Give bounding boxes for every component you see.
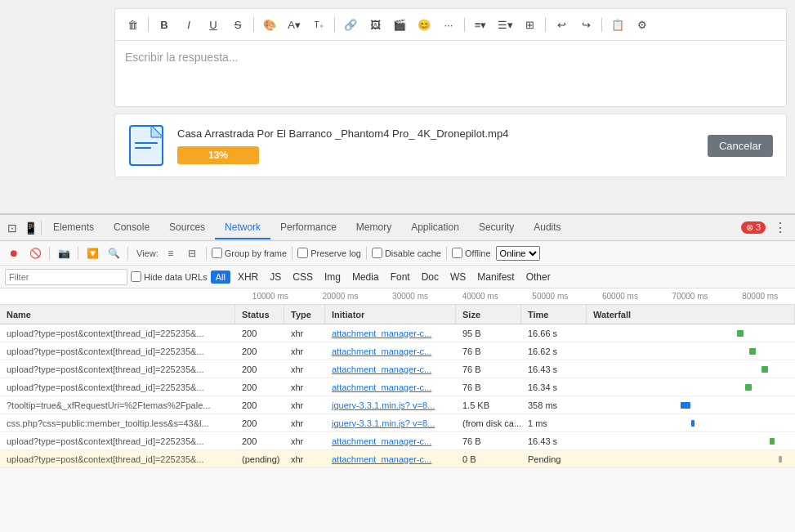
editor-toolbar: 🗑 B I U S 🎨 A▾ T₊ 🔗 🖼 🎬 😊 ··· ≡▾ ☰▾ ⊞ ↩ … <box>115 9 786 41</box>
toolbar-image-btn[interactable]: 🖼 <box>364 14 386 35</box>
svg-rect-2 <box>135 147 151 149</box>
editor-content[interactable]: Escribir la respuesta... <box>115 41 786 106</box>
editor-container: 🗑 B I U S 🎨 A▾ T₊ 🔗 🖼 🎬 😊 ··· ≡▾ ☰▾ ⊞ ↩ … <box>114 8 787 107</box>
upload-progress-bar: 13% <box>177 146 259 164</box>
toolbar-table-btn[interactable]: ⊞ <box>519 14 540 35</box>
upload-filename: Casa Arrastrada Por El Barranco _Phantom… <box>177 127 695 140</box>
svg-rect-1 <box>135 142 158 144</box>
toolbar-sep-1 <box>148 17 149 32</box>
cancel-upload-button[interactable]: Cancelar <box>708 135 773 157</box>
toolbar-sep-5 <box>545 17 546 32</box>
upload-bar: Casa Arrastrada Por El Barranco _Phantom… <box>114 114 787 177</box>
toolbar-color-btn[interactable]: 🎨 <box>259 14 280 35</box>
toolbar-font-btn[interactable]: A▾ <box>284 14 305 35</box>
toolbar-italic-btn[interactable]: I <box>178 14 199 35</box>
toolbar-strikethrough-btn[interactable]: S <box>227 14 248 35</box>
upload-info: Casa Arrastrada Por El Barranco _Phantom… <box>177 127 695 164</box>
file-icon <box>128 124 164 167</box>
toolbar-redo-btn[interactable]: ↪ <box>575 14 596 35</box>
toolbar-bold-btn[interactable]: B <box>154 14 175 35</box>
toolbar-sep-3 <box>334 17 335 32</box>
toolbar-sep-6 <box>601 17 602 32</box>
toolbar-clipboard-btn[interactable]: 📋 <box>607 14 628 35</box>
toolbar-sep-4 <box>464 17 465 32</box>
toolbar-eraser-btn[interactable]: 🗑 <box>122 14 143 35</box>
toolbar-settings-btn[interactable]: ⚙ <box>632 14 653 35</box>
toolbar-list-btn[interactable]: ☰▾ <box>494 14 516 35</box>
toolbar-video-btn[interactable]: 🎬 <box>389 14 410 35</box>
toolbar-underline-btn[interactable]: U <box>203 14 224 35</box>
toolbar-more-btn[interactable]: ··· <box>438 14 459 35</box>
toolbar-undo-btn[interactable]: ↩ <box>551 14 572 35</box>
toolbar-link-btn[interactable]: 🔗 <box>340 14 361 35</box>
toolbar-textsize-btn[interactable]: T₊ <box>308 14 329 35</box>
toolbar-emoji-btn[interactable]: 😊 <box>413 14 435 35</box>
toolbar-align-btn[interactable]: ≡▾ <box>470 14 491 35</box>
toolbar-sep-2 <box>253 17 254 32</box>
